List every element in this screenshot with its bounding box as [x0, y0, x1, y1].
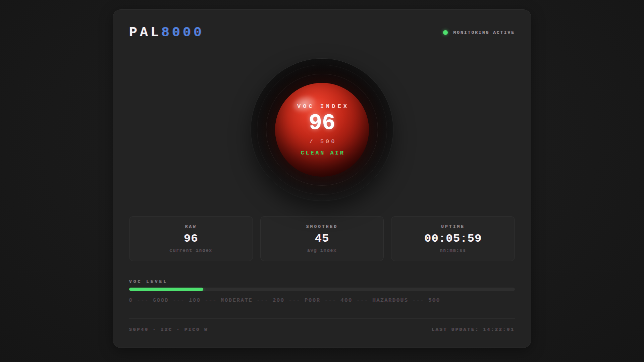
- smoothed-sublabel: avg index: [307, 248, 337, 253]
- active-status-dot-icon: [443, 30, 448, 35]
- logo-secondary-text: 8000: [161, 25, 204, 40]
- raw-value: 96: [184, 232, 198, 245]
- voc-progress-fill: [129, 288, 203, 291]
- monitoring-status: MONITORING ACTIVE: [443, 30, 515, 35]
- voc-level-section: VOC LEVEL 0 --- GOOD --- 100 --- MODERAT…: [129, 279, 515, 303]
- smoothed-value: 45: [315, 232, 329, 245]
- voc-level-label: VOC LEVEL: [129, 279, 515, 284]
- device-info: SGP40 · I2C · PICO W: [129, 327, 208, 332]
- uptime-sublabel: hh:mm:ss: [440, 248, 466, 253]
- eye-section: VOC INDEX 96 / 500 CLEAN AIR: [129, 59, 515, 201]
- header: PAL8000 MONITORING ACTIVE: [129, 25, 515, 40]
- air-quality-status: CLEAN AIR: [301, 150, 345, 156]
- logo-primary-text: PAL: [129, 25, 161, 40]
- monitoring-status-label: MONITORING ACTIVE: [453, 30, 515, 35]
- smoothed-stat-card: SMOOTHED 45 avg index: [260, 216, 384, 261]
- voc-progress-track: [129, 288, 515, 291]
- raw-label: RAW: [185, 224, 197, 229]
- uptime-value: 00:05:59: [424, 232, 482, 245]
- app-logo: PAL8000: [129, 25, 204, 40]
- smoothed-label: SMOOTHED: [306, 224, 338, 229]
- voc-index-value: 96: [309, 112, 335, 135]
- voc-index-max: / 500: [309, 138, 336, 145]
- pal8000-dashboard-panel: PAL8000 MONITORING ACTIVE VOC INDEX 96 /…: [113, 9, 531, 348]
- uptime-stat-card: UPTIME 00:05:59 hh:mm:ss: [391, 216, 515, 261]
- footer: SGP40 · I2C · PICO W LAST UPDATE: 14:22:…: [129, 318, 515, 332]
- raw-sublabel: current index: [170, 248, 212, 253]
- raw-stat-card: RAW 96 current index: [129, 216, 253, 261]
- stat-cards-row: RAW 96 current index SMOOTHED 45 avg ind…: [129, 216, 515, 261]
- hal-eye-bezel: VOC INDEX 96 / 500 CLEAN AIR: [251, 59, 393, 201]
- last-update: LAST UPDATE: 14:22:01: [432, 327, 515, 332]
- voc-scale-legend: 0 --- GOOD --- 100 --- MODERATE --- 200 …: [129, 298, 515, 303]
- hal-eye-sphere: VOC INDEX 96 / 500 CLEAN AIR: [275, 83, 369, 177]
- uptime-label: UPTIME: [441, 224, 465, 229]
